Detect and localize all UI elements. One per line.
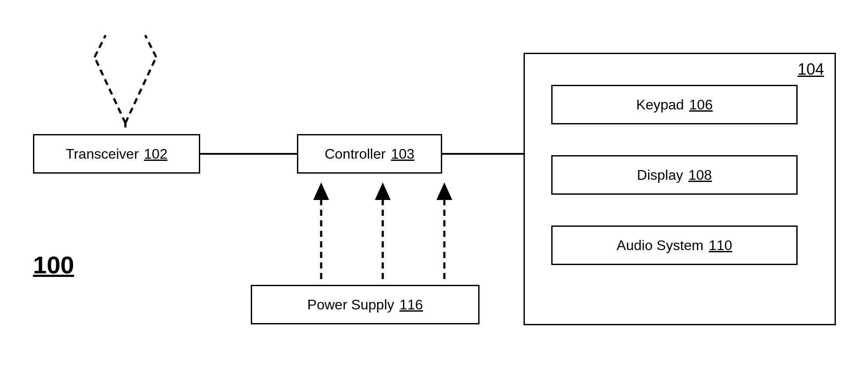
svg-line-0	[95, 57, 125, 123]
audio-system-box: Audio System 110	[551, 225, 798, 265]
display-ref: 108	[689, 167, 712, 183]
keypad-ref: 106	[689, 97, 713, 113]
antenna-icon	[81, 13, 169, 127]
power-supply-box: Power Supply 116	[251, 285, 480, 324]
svg-line-3	[145, 35, 156, 57]
display-box: Display 108	[551, 155, 798, 195]
keypad-label: Keypad	[636, 97, 684, 113]
system-label: 100	[33, 251, 74, 279]
audio-system-ref: 110	[709, 237, 732, 254]
svg-marker-10	[436, 182, 452, 200]
transceiver-box: Transceiver 102	[33, 134, 200, 174]
svg-marker-6	[313, 182, 329, 200]
svg-marker-8	[375, 182, 391, 200]
svg-line-2	[95, 35, 106, 57]
display-label: Display	[637, 167, 683, 183]
power-supply-label: Power Supply	[308, 297, 394, 313]
transceiver-ref: 102	[144, 146, 167, 162]
controller-label: Controller	[325, 146, 386, 162]
diagram: Transceiver 102 Controller 103 104 Keypa…	[0, 0, 868, 378]
line-controller-outer	[442, 153, 524, 155]
controller-box: Controller 103	[297, 134, 442, 174]
transceiver-label: Transceiver	[66, 146, 139, 162]
svg-line-1	[125, 57, 156, 123]
audio-system-label: Audio System	[617, 237, 703, 254]
outer-box-ref: 104	[798, 60, 824, 79]
controller-ref: 103	[391, 146, 414, 162]
outer-box-104: 104 Keypad 106 Display 108 Audio System …	[524, 53, 836, 325]
power-arrows-icon	[290, 174, 475, 286]
power-supply-ref: 116	[399, 297, 423, 313]
line-transceiver-controller	[200, 153, 297, 155]
keypad-box: Keypad 106	[551, 85, 798, 124]
